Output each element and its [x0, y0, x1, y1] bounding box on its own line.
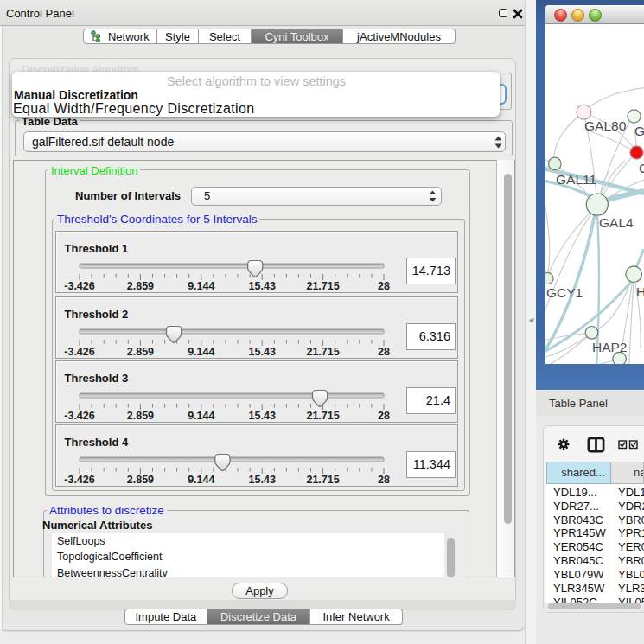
svg-text:9.144: 9.144 [188, 474, 214, 486]
svg-text:15.43: 15.43 [249, 474, 276, 486]
svg-text:G.: G. [634, 124, 644, 138]
svg-text:HAP2: HAP2 [592, 340, 628, 354]
svg-text:-3.426: -3.426 [64, 474, 94, 486]
svg-text:-3.426: -3.426 [64, 410, 94, 422]
svg-text:28: 28 [378, 346, 390, 358]
svg-text:GCY1: GCY1 [546, 285, 583, 300]
svg-text:2.859: 2.859 [127, 346, 154, 358]
svg-text:21.715: 21.715 [306, 410, 339, 422]
svg-text:28: 28 [378, 474, 390, 486]
svg-text:15.43: 15.43 [249, 410, 276, 422]
svg-text:9.144: 9.144 [188, 346, 214, 358]
svg-text:2.859: 2.859 [127, 410, 154, 422]
svg-text:15.43: 15.43 [249, 280, 276, 292]
svg-text:GAL80: GAL80 [584, 118, 627, 133]
svg-text:21.715: 21.715 [306, 346, 339, 358]
svg-text:C: C [639, 161, 644, 175]
svg-text:28: 28 [378, 410, 390, 422]
svg-text:21.715: 21.715 [306, 474, 339, 486]
svg-text:28: 28 [378, 280, 390, 292]
svg-text:-3.426: -3.426 [64, 280, 94, 292]
svg-text:9.144: 9.144 [188, 280, 214, 292]
svg-text:H: H [636, 284, 644, 299]
svg-text:15.43: 15.43 [249, 346, 276, 358]
svg-text:9.144: 9.144 [188, 410, 214, 422]
svg-text:2.859: 2.859 [127, 474, 154, 486]
svg-text:-3.426: -3.426 [64, 346, 94, 358]
svg-text:2.859: 2.859 [127, 280, 154, 292]
svg-text:GAL4: GAL4 [599, 215, 634, 230]
svg-text:21.715: 21.715 [306, 280, 339, 292]
svg-text:GAL11: GAL11 [556, 172, 596, 187]
